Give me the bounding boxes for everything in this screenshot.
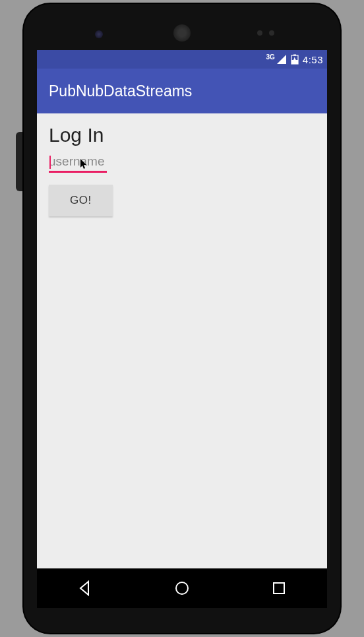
svg-point-3 <box>176 582 188 594</box>
signal-icon <box>276 54 287 65</box>
phone-frame: 3G 4:53 PubNubDataStreams Log In use <box>24 4 340 633</box>
phone-side-button <box>16 132 24 191</box>
text-caret <box>49 156 51 169</box>
sensor-dots <box>257 30 274 36</box>
svg-rect-1 <box>293 55 296 56</box>
recents-button[interactable] <box>270 580 288 597</box>
username-placeholder: username <box>49 154 105 168</box>
network-type-label: 3G <box>266 53 274 61</box>
input-underline <box>49 171 107 173</box>
svg-rect-4 <box>274 583 284 593</box>
home-button[interactable] <box>173 580 191 597</box>
status-bar-clock: 4:53 <box>303 54 323 65</box>
battery-charging-icon <box>291 54 299 65</box>
login-screen: Log In username GO! <box>37 113 327 568</box>
username-input[interactable]: username <box>49 154 107 173</box>
phone-chin <box>24 608 340 633</box>
back-button[interactable] <box>76 580 94 597</box>
app-title: PubNubDataStreams <box>49 82 192 100</box>
phone-speaker-area <box>24 20 340 46</box>
android-status-bar: 3G 4:53 <box>37 50 327 69</box>
go-button[interactable]: GO! <box>49 185 113 216</box>
device-screen: 3G 4:53 PubNubDataStreams Log In use <box>37 50 327 568</box>
android-nav-bar <box>37 568 327 608</box>
front-camera <box>95 30 103 38</box>
speaker-grille <box>173 24 191 42</box>
login-heading: Log In <box>49 124 315 146</box>
app-action-bar: PubNubDataStreams <box>37 69 327 113</box>
